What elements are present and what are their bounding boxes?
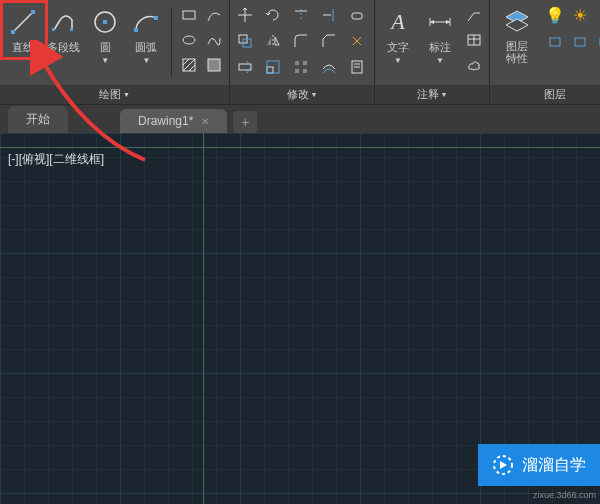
array-icon[interactable]: [290, 56, 312, 78]
layer-props-label: 图层 特性: [506, 40, 528, 64]
layer-state-icon[interactable]: [544, 30, 566, 52]
text-icon: A: [382, 6, 414, 38]
svg-line-12: [183, 59, 189, 65]
svg-rect-28: [295, 69, 299, 73]
rectangle-icon[interactable]: [178, 4, 200, 26]
arc-button[interactable]: 圆弧 ▼: [128, 4, 165, 67]
circle-button[interactable]: 圆 ▼: [87, 4, 124, 67]
new-tab-button[interactable]: +: [233, 111, 257, 133]
mirror-icon[interactable]: [262, 30, 284, 52]
svg-rect-29: [303, 69, 307, 73]
svg-rect-8: [154, 16, 158, 20]
svg-line-0: [13, 12, 33, 32]
cloud-icon[interactable]: [463, 54, 485, 76]
chevron-down-icon: ▼: [101, 56, 109, 65]
modify-panel-title: 修改: [287, 87, 309, 102]
spline-icon[interactable]: [203, 29, 225, 51]
svg-rect-20: [352, 13, 362, 19]
circle-icon: [89, 6, 121, 38]
watermark-text: 溜溜自学: [522, 455, 586, 476]
tab-drawing-label: Drawing1*: [138, 114, 193, 128]
chevron-down-icon: ▼: [394, 56, 402, 65]
tab-start[interactable]: 开始: [8, 106, 68, 133]
copy-icon[interactable]: [234, 30, 256, 52]
svg-rect-7: [134, 28, 138, 32]
svg-rect-26: [295, 61, 299, 65]
fillet-icon[interactable]: [290, 30, 312, 52]
bulb-icon[interactable]: 💡: [544, 4, 566, 26]
svg-marker-36: [430, 20, 434, 24]
svg-line-14: [189, 65, 195, 71]
dim-label: 标注: [429, 40, 451, 55]
line-icon: [7, 6, 39, 38]
chevron-down-icon[interactable]: ▼: [441, 91, 448, 98]
chevron-down-icon[interactable]: ▼: [311, 91, 318, 98]
close-icon[interactable]: ✕: [201, 116, 209, 127]
stretch-icon[interactable]: [234, 56, 256, 78]
chevron-down-icon[interactable]: ▼: [123, 91, 130, 98]
polyline-label: 多段线: [47, 40, 80, 55]
svg-rect-27: [303, 61, 307, 65]
watermark: 溜溜自学 zixue.3d66.com: [478, 444, 600, 486]
svg-rect-4: [70, 28, 73, 31]
svg-rect-2: [31, 10, 35, 14]
trim-icon[interactable]: [290, 4, 312, 26]
svg-rect-3: [52, 28, 55, 31]
dimension-button[interactable]: 标注 ▼: [421, 4, 459, 67]
svg-rect-24: [267, 67, 273, 73]
properties-icon[interactable]: [346, 56, 368, 78]
chevron-down-icon: ▼: [436, 56, 444, 65]
ellipse-icon[interactable]: [178, 29, 200, 51]
dimension-icon: [424, 6, 456, 38]
explode-icon[interactable]: [346, 30, 368, 52]
table-icon[interactable]: [463, 29, 485, 51]
arc-label: 圆弧: [135, 40, 157, 55]
watermark-url: zixue.3d66.com: [533, 490, 596, 500]
text-label: 文字: [387, 40, 409, 55]
line-button[interactable]: 直线: [4, 4, 41, 57]
svg-marker-45: [500, 461, 507, 469]
svg-rect-15: [208, 59, 220, 71]
sketch-icon[interactable]: [203, 4, 225, 26]
polyline-button[interactable]: 多段线: [45, 4, 82, 57]
polyline-icon: [48, 6, 80, 38]
layers-icon: [501, 6, 533, 38]
svg-marker-37: [446, 20, 450, 24]
rotate-icon[interactable]: [262, 4, 284, 26]
chevron-down-icon: ▼: [142, 56, 150, 65]
offset-icon[interactable]: [318, 56, 340, 78]
move-icon[interactable]: [234, 4, 256, 26]
crosshair-horizontal: [0, 147, 600, 148]
svg-rect-6: [103, 20, 107, 24]
leader-icon[interactable]: [463, 4, 485, 26]
svg-line-13: [183, 59, 195, 71]
play-icon: [492, 454, 514, 476]
layers-panel-title: 图层: [544, 87, 566, 102]
svg-rect-41: [550, 38, 560, 46]
annotate-panel-title: 注释: [417, 87, 439, 102]
line-label: 直线: [12, 40, 34, 55]
tab-start-label: 开始: [26, 111, 50, 128]
layer-freeze-icon[interactable]: [594, 30, 600, 52]
sun-icon[interactable]: ☀: [569, 4, 591, 26]
layer-props-button[interactable]: 图层 特性: [494, 4, 540, 66]
lock-icon[interactable]: 🔓: [594, 4, 600, 26]
draw-panel-title: 绘图: [99, 87, 121, 102]
svg-rect-1: [11, 30, 15, 34]
layer-state2-icon[interactable]: [569, 30, 591, 52]
scale-icon[interactable]: [262, 56, 284, 78]
svg-rect-9: [183, 11, 195, 19]
extend-icon[interactable]: [318, 4, 340, 26]
svg-point-10: [183, 36, 195, 44]
hatch-icon[interactable]: [178, 54, 200, 76]
crosshair-vertical: [203, 133, 204, 504]
circle-label: 圆: [100, 40, 111, 55]
chamfer-icon[interactable]: [318, 30, 340, 52]
text-button[interactable]: A 文字 ▼: [379, 4, 417, 67]
region-icon[interactable]: [203, 54, 225, 76]
arc-icon: [130, 6, 162, 38]
erase-icon[interactable]: [346, 4, 368, 26]
svg-rect-42: [575, 38, 585, 46]
tab-drawing[interactable]: Drawing1* ✕: [120, 109, 227, 133]
viewport-label[interactable]: [-][俯视][二维线框]: [8, 151, 104, 168]
